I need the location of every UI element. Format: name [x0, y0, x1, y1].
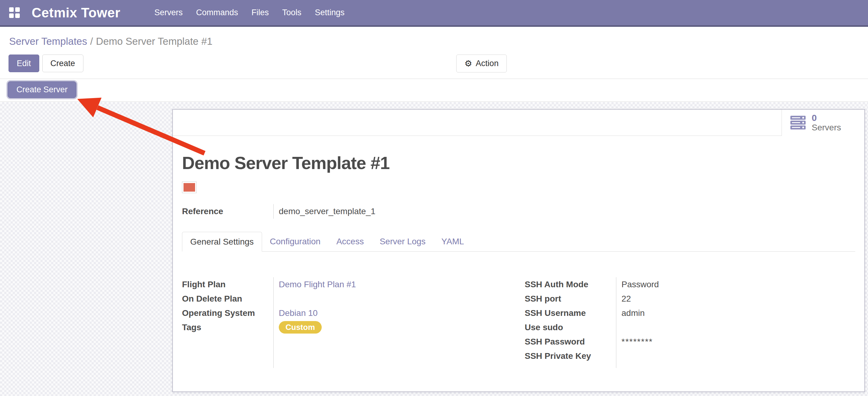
tab-server-logs[interactable]: Server Logs	[372, 231, 433, 251]
breadcrumb-parent-link[interactable]: Server Templates	[9, 36, 87, 47]
ssh-port-label: SSH port	[525, 291, 616, 306]
field-grid: Flight Plan On Delete Plan Operating Sys…	[182, 277, 855, 368]
flight-plan-link[interactable]: Demo Flight Plan #1	[279, 280, 356, 289]
breadcrumb-separator: /	[90, 36, 93, 47]
operating-system-label: Operating System	[182, 306, 273, 320]
top-navbar: Cetmix Tower Servers Commands Files Tool…	[0, 0, 868, 27]
flight-plan-label: Flight Plan	[182, 277, 273, 291]
servers-count: 0	[812, 113, 841, 123]
use-sudo-value	[621, 320, 855, 335]
nav-item-commands[interactable]: Commands	[196, 8, 238, 17]
ssh-password-label: SSH Password	[525, 335, 616, 349]
ssh-auth-mode-label: SSH Auth Mode	[525, 277, 616, 291]
use-sudo-label: Use sudo	[525, 320, 616, 335]
tab-yaml[interactable]: YAML	[433, 231, 472, 251]
nav-item-servers[interactable]: Servers	[154, 8, 183, 17]
ssh-password-value: ********	[621, 335, 855, 349]
ssh-auth-mode-value: Password	[621, 277, 855, 291]
form-sheet: Demo Server Template #1 Reference demo_s…	[173, 152, 864, 368]
tab-configuration[interactable]: Configuration	[262, 231, 329, 251]
servers-stat-button[interactable]: 0 Servers	[781, 110, 864, 136]
apps-grid-icon[interactable]	[9, 7, 20, 18]
reference-value: demo_server_template_1	[279, 204, 855, 219]
action-button-label: Action	[476, 59, 498, 68]
navbar-menu: Servers Commands Files Tools Settings	[154, 8, 344, 17]
gear-icon: ⚙	[464, 58, 472, 68]
reference-field: Reference demo_server_template_1	[182, 204, 855, 219]
apps-grid-square	[9, 13, 14, 18]
apps-grid-square	[9, 7, 14, 12]
servers-stack-icon	[790, 116, 806, 130]
ssh-private-key-value	[621, 349, 855, 363]
color-swatch	[182, 181, 196, 193]
create-server-button[interactable]: Create Server	[8, 81, 76, 98]
app-brand[interactable]: Cetmix Tower	[32, 5, 120, 21]
toolbar-row: Create Server	[0, 79, 868, 102]
tab-access[interactable]: Access	[329, 231, 372, 251]
form-button-row: Edit Create	[8, 55, 83, 72]
nav-item-tools[interactable]: Tools	[282, 8, 301, 17]
field-column-left: Flight Plan On Delete Plan Operating Sys…	[182, 277, 513, 368]
color-swatch-fill	[184, 183, 195, 192]
stat-button-row: 0 Servers	[173, 110, 864, 136]
notebook-tabs: General Settings Configuration Access Se…	[182, 231, 855, 252]
breadcrumb-current: Demo Server Template #1	[96, 36, 212, 47]
tab-general-settings[interactable]: General Settings	[182, 232, 262, 252]
field-column-right: SSH Auth Mode SSH port SSH Username Use …	[525, 277, 855, 368]
ssh-private-key-label: SSH Private Key	[525, 349, 616, 363]
create-button[interactable]: Create	[42, 55, 83, 72]
ssh-port-value: 22	[621, 291, 855, 306]
action-button[interactable]: ⚙ Action	[456, 55, 507, 73]
apps-grid-square	[15, 7, 20, 12]
record-title: Demo Server Template #1	[182, 152, 855, 173]
reference-label: Reference	[182, 204, 273, 219]
breadcrumb: Server Templates/Demo Server Template #1	[9, 36, 212, 47]
operating-system-link[interactable]: Debian 10	[279, 308, 318, 318]
stat-text: 0 Servers	[812, 113, 841, 133]
apps-grid-square	[15, 13, 20, 18]
ssh-username-value: admin	[621, 306, 855, 320]
on-delete-plan-label: On Delete Plan	[182, 291, 273, 306]
tag-badge-custom: Custom	[279, 321, 322, 334]
tags-label: Tags	[182, 320, 273, 335]
nav-item-settings[interactable]: Settings	[315, 8, 344, 17]
nav-item-files[interactable]: Files	[251, 8, 269, 17]
control-panel: Server Templates/Demo Server Template #1…	[0, 28, 868, 79]
form-card: 0 Servers Demo Server Template #1 Refere…	[172, 109, 865, 392]
servers-count-label: Servers	[812, 123, 841, 133]
on-delete-plan-value	[279, 291, 513, 306]
edit-button[interactable]: Edit	[8, 55, 39, 72]
ssh-username-label: SSH Username	[525, 306, 616, 320]
content-area: 0 Servers Demo Server Template #1 Refere…	[0, 102, 868, 396]
